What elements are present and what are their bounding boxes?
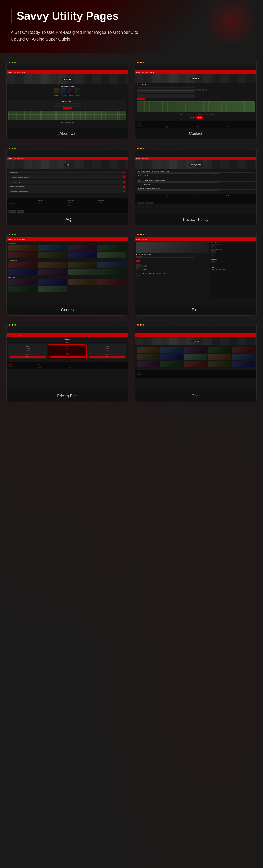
dot-close-pp	[137, 148, 139, 149]
genre-thumb-tv-8	[97, 269, 126, 275]
pricing-nav: streamit Home Pricing	[7, 333, 128, 337]
pricing-table: Select Plan Take Our Plan Basic $49/m HD…	[7, 337, 128, 361]
faq-nav-movies: Movies	[17, 158, 20, 159]
blog-post-1: The Most Anticipated Movies Amy Adams · …	[136, 254, 209, 262]
browser-chrome-genres	[7, 232, 128, 237]
plan-std-btn[interactable]: Subscribe	[50, 356, 85, 358]
blog-layout: The Most Anticipated Movies Amy Adams · …	[135, 241, 256, 298]
about-team: Masterminds Team Funny Smith Marry Tosts	[7, 84, 128, 99]
avatar-3: App John	[68, 88, 74, 96]
about-hero-title: About Us	[62, 78, 72, 80]
cast-nav-items: Home Movies	[142, 335, 148, 336]
plan-prem-price: $99/m	[89, 347, 125, 349]
blog-post-1-title: The Most Anticipated Movies	[136, 254, 209, 255]
contact-nav-logo: streamit	[136, 72, 140, 73]
contact-card: streamit Home Movies Contact Us Contact …	[135, 60, 257, 139]
privacy-content: 1. What Personal Information About Users…	[135, 169, 256, 194]
faq-label: FAQ	[7, 214, 128, 225]
about-contact-title: Contact Us Here	[9, 101, 125, 102]
browser-chrome-blog	[135, 232, 256, 237]
cast-footer-col-3: Movie & Show MoviesTV Shows	[184, 372, 207, 376]
privacy-hero-title: Privacy Policy	[189, 164, 202, 166]
cast-thumb-5	[232, 347, 255, 353]
plan-basic-btn[interactable]: Subscribe	[10, 356, 46, 358]
privacy-lines-2b	[137, 178, 219, 178]
cast-footer-col-1: streamit +380 00 555 0000	[137, 372, 159, 376]
avatar-name-4: Abella Rock	[75, 95, 81, 96]
genre-thumb-7	[68, 252, 97, 258]
about-hero: About Us	[7, 74, 128, 84]
cast-footer-logo: streamit	[137, 372, 159, 373]
privacy-item-3: 3. Third-Party Payment Gateway – Financi…	[137, 180, 255, 183]
cast-nav-home: Home	[142, 335, 144, 336]
cast-thumb-10	[232, 354, 255, 360]
genre-thumb-5	[8, 252, 37, 258]
genre-thumb-tv-1	[8, 262, 37, 268]
faq-nav-items: Home Movies Pages	[14, 158, 23, 159]
blog-preview: streamit Home Blog	[135, 232, 256, 305]
dot-minimize-faq	[11, 148, 13, 149]
genres-section-1-title: Action Movies	[8, 243, 126, 244]
faq-nav: streamit Home Movies Pages	[7, 157, 128, 160]
privacy-item-2: 2. Cookies and Web Beacons	[137, 175, 255, 178]
dot-minimize-pp	[140, 148, 142, 149]
about-us-preview: streamit Home Movies About Us About Us M…	[7, 60, 128, 128]
genre-thumb-tv-5	[8, 269, 37, 275]
privacy-nav-home: Home	[142, 158, 144, 159]
cast-thumb-7	[160, 354, 183, 360]
privacy-lines-1b	[137, 173, 219, 174]
pricing-plan-basic: Basic $49/m HD Available 1 Screen 2 Devi…	[8, 344, 47, 360]
cards-grid-row2: streamit Home Movies Pages FAQ What is S…	[0, 146, 263, 232]
about-avatars: Funny Smith Marry Tosts App John Ab	[8, 88, 126, 96]
genre-thumb-1	[8, 245, 37, 251]
privacy-lines-5b	[137, 190, 219, 191]
cast-label: Cast	[135, 391, 256, 402]
about-team-title: Masterminds Team	[8, 86, 126, 87]
blog-main-content: The Most Anticipated Movies Amy Adams · …	[135, 241, 210, 298]
plan-basic-name: Basic	[10, 346, 46, 347]
dot-minimize	[11, 62, 13, 63]
plan-prem-btn[interactable]: Subscribe	[89, 356, 125, 358]
dot-minimize-c	[140, 62, 142, 63]
cast-nav: streamit Home Movies	[135, 333, 256, 337]
cards-grid-row4: streamit Home Pricing Select Plan Take O…	[0, 322, 263, 410]
genres-nav-tv: TV Shows	[17, 239, 21, 240]
blog-sidebar: Recent Post Recent post title here Anoth…	[210, 241, 256, 298]
genres-section-3-title: Movie Genres	[8, 277, 126, 278]
contact-footer: streamit +380 00 555 0000 Quick Links Ho…	[135, 121, 256, 128]
about-nav-mock: streamit Home Movies About Us	[7, 70, 128, 74]
cast-nav-movies: Movies	[145, 335, 148, 336]
dot-maximize-pp	[143, 148, 144, 149]
cast-footer-col-5: About Members BlogCast	[232, 372, 255, 376]
dot-minimize-b	[140, 234, 142, 236]
faq-icon-2: +	[123, 177, 125, 178]
privacy-card: streamit Home Movies Privacy Policy 1. W…	[135, 146, 257, 225]
avatar-2: Marry Tosts	[61, 88, 67, 96]
avatar-name-3: App John	[68, 95, 74, 96]
privacy-nav: streamit Home Movies	[135, 157, 256, 160]
privacy-h3: 3. Third-Party Payment Gateway – Financi…	[137, 180, 255, 181]
genre-thumb-2	[38, 245, 67, 251]
cast-thumb-11	[137, 361, 160, 367]
privacy-h4: 4. Advertisers Children's Privacy	[137, 184, 255, 185]
cast-hero: Persons	[135, 337, 256, 345]
blog-post-1-meta: Amy Adams · Feb 2021	[136, 256, 209, 257]
pricing-nav-items: Home Pricing	[14, 335, 20, 336]
blog-post-2-meta: Amy Adams	[144, 266, 159, 267]
privacy-nav-movies: Movies	[145, 158, 148, 159]
privacy-item-4: 4. Advertisers Children's Privacy	[137, 184, 255, 186]
about-nav-item-about: About Us	[21, 72, 25, 73]
cast-nav-logo: streamit	[136, 334, 140, 336]
privacy-app-badges	[135, 201, 256, 205]
pricing-card: streamit Home Pricing Select Plan Take O…	[6, 322, 128, 402]
cast-thumb-4	[208, 347, 231, 353]
genre-thumb-4	[97, 245, 126, 251]
dot-minimize-ca	[140, 324, 142, 326]
dot-close-pr	[9, 324, 10, 326]
pricing-tab-monthly[interactable]: Select Plan	[63, 339, 71, 340]
faq-footer: streamit +380 00 555 0000 Quick Links Ho…	[7, 198, 128, 210]
cast-thumb-8	[184, 354, 207, 360]
genre-thumb-mv-4	[97, 279, 126, 285]
contact-nav-item-movies: Movies	[145, 72, 148, 73]
faq-footer-col4-title: Short Distances	[98, 200, 126, 201]
